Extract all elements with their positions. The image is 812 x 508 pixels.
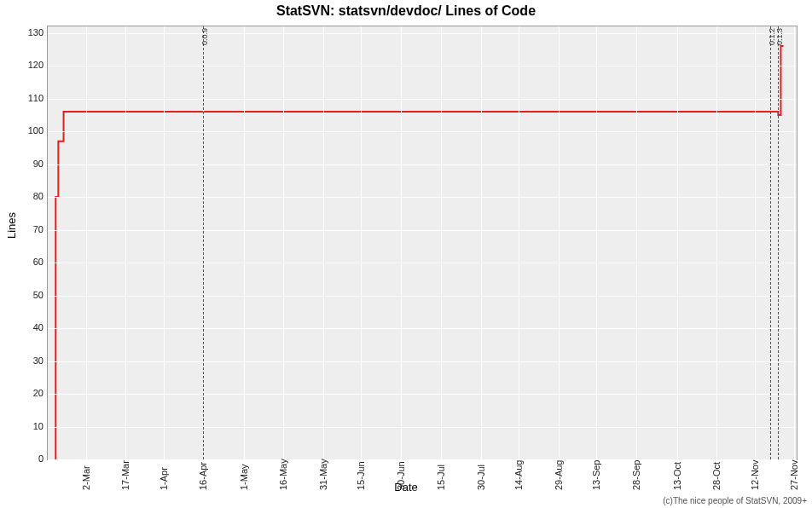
- x-tick-label: 28-Sep: [631, 460, 641, 490]
- gridline-v: [323, 26, 324, 459]
- gridline-h: [48, 427, 797, 428]
- x-tick-label: 27-Nov: [789, 460, 799, 490]
- gridline-v: [86, 26, 87, 459]
- gridline-h: [48, 66, 797, 66]
- y-tick-label: 120: [9, 60, 44, 70]
- gridline-v: [481, 26, 482, 459]
- x-tick-label: 31-May: [318, 459, 328, 490]
- version-marker-line: [778, 26, 779, 459]
- x-tick-label: 29-Aug: [554, 460, 564, 490]
- gridline-h: [48, 394, 797, 395]
- gridline-h: [48, 296, 797, 297]
- x-tick-label: 12-Nov: [750, 460, 760, 490]
- gridline-v: [559, 26, 560, 459]
- chart-title: StatSVN: statsvn/devdoc/ Lines of Code: [0, 3, 812, 19]
- y-tick-label: 80: [9, 191, 44, 201]
- x-tick-label: 15-Jun: [356, 461, 366, 490]
- version-marker-line: [203, 26, 204, 459]
- x-tick-label: 28-Oct: [711, 462, 722, 490]
- y-tick-label: 90: [9, 159, 44, 169]
- y-tick-label: 70: [9, 224, 44, 234]
- x-tick-label: 1-Apr: [159, 467, 169, 490]
- y-tick-label: 100: [9, 125, 44, 136]
- y-tick-label: 110: [9, 93, 44, 103]
- gridline-h: [48, 131, 797, 132]
- y-tick-label: 10: [9, 421, 44, 431]
- gridline-h: [48, 230, 797, 231]
- gridline-h: [48, 165, 797, 165]
- gridline-h: [48, 197, 797, 198]
- x-tick-label: 13-Sep: [591, 460, 601, 490]
- x-tick-label: 30-Jul: [476, 465, 486, 490]
- y-tick-label: 60: [9, 257, 44, 267]
- credit-text: (c)The nice people of StatSVN, 2009+: [663, 496, 807, 505]
- gridline-h: [48, 361, 797, 362]
- gridline-v: [636, 26, 637, 459]
- version-marker-line: [770, 26, 771, 459]
- y-tick-label: 130: [9, 27, 44, 38]
- x-tick-label: 17-Mar: [120, 460, 130, 490]
- y-tick-label: 0: [9, 453, 44, 464]
- gridline-v: [677, 26, 678, 459]
- gridline-v: [244, 26, 245, 459]
- gridline-h: [48, 328, 797, 329]
- gridline-h: [48, 263, 797, 263]
- x-tick-label: 14-Aug: [513, 460, 524, 490]
- gridline-v: [716, 26, 717, 459]
- gridline-v: [794, 26, 795, 459]
- y-tick-label: 50: [9, 290, 44, 300]
- gridline-v: [519, 26, 519, 459]
- plot-area: 2-Mar17-Mar1-Apr16-Apr1-May16-May31-May1…: [47, 26, 798, 460]
- y-tick-label: 40: [9, 322, 44, 332]
- x-tick-label: 16-May: [278, 459, 288, 490]
- gridline-v: [361, 26, 362, 459]
- x-tick-label: 16-Apr: [198, 462, 208, 490]
- y-tick-label: 20: [9, 388, 44, 398]
- gridline-v: [283, 26, 284, 459]
- gridline-h: [48, 99, 797, 100]
- gridline-v: [441, 26, 442, 459]
- x-tick-label: 13-Oct: [672, 462, 682, 490]
- version-marker-label: 0.1.3: [775, 28, 784, 45]
- gridline-h: [48, 33, 797, 34]
- x-tick-label: 15-Jul: [436, 465, 446, 490]
- version-marker-label: 0.0.9: [200, 28, 209, 45]
- gridline-h: [48, 459, 797, 460]
- gridline-v: [401, 26, 402, 459]
- gridline-v: [125, 26, 126, 459]
- gridline-v: [596, 26, 597, 459]
- x-tick-label: 30-Jun: [396, 461, 406, 490]
- x-tick-label: 1-May: [239, 464, 249, 490]
- y-tick-label: 30: [9, 355, 44, 366]
- gridline-v: [755, 26, 756, 459]
- series-line: [55, 46, 783, 459]
- x-tick-label: 2-Mar: [81, 465, 91, 490]
- gridline-v: [164, 26, 165, 459]
